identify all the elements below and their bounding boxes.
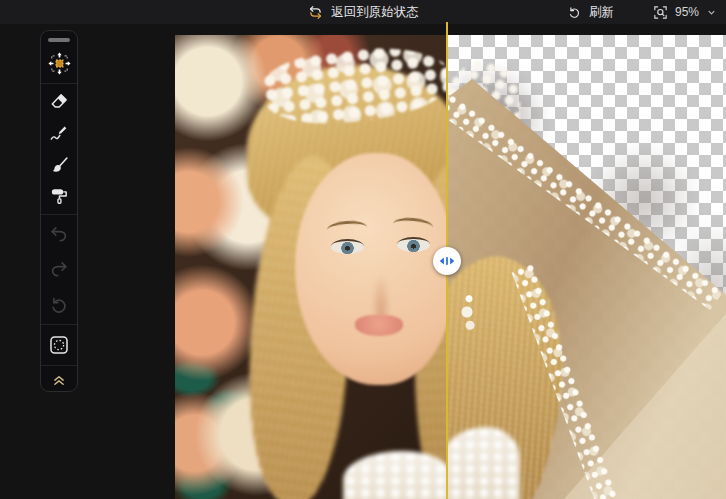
eye [331,239,364,254]
tool-undo[interactable] [41,217,77,252]
panel-separator [41,324,77,325]
tool-move-transform[interactable] [41,46,77,81]
eraser-icon [48,91,70,113]
reset-icon [48,294,70,316]
face [295,153,447,385]
tool-paint-roller[interactable] [41,180,77,211]
redo-icon [48,258,70,280]
lace-dress [447,427,520,499]
chevron-down-icon[interactable] [705,6,718,19]
refresh-label: 刷新 [589,4,614,21]
restore-original-button[interactable]: 返回到原始状态 [303,4,423,21]
app-root: 返回到原始状态 刷新 95% [0,0,726,499]
tool-smart-pen[interactable] [41,118,77,149]
tool-reset[interactable] [41,287,77,322]
tool-brush[interactable] [41,149,77,180]
topbar-right-group: 刷新 95% [563,0,718,24]
tool-eraser[interactable] [41,86,77,117]
restore-original-label: 返回到原始状态 [331,4,419,21]
tool-redo[interactable] [41,252,77,287]
zoom-value: 95% [675,5,699,19]
brush-icon [48,154,70,176]
swap-arrows-icon [307,4,324,21]
nose [371,273,391,321]
paint-roller-icon [48,185,70,207]
collapse-panel-button[interactable] [41,368,77,392]
tool-panel [40,30,78,392]
tool-preview-selection[interactable] [41,327,77,362]
panel-separator [41,83,77,84]
lips [355,315,403,336]
panel-drag-handle[interactable] [48,38,70,42]
panel-separator [41,365,77,366]
pearl-earring [459,293,479,331]
refresh-icon [567,5,582,20]
undo-icon [48,223,70,245]
zoom-fit-icon [652,4,669,21]
move-transform-icon [47,51,72,76]
chevrons-up-icon [50,370,68,388]
zoom-control[interactable]: 95% [652,4,718,21]
selection-preview-icon [47,333,71,357]
eye [397,237,430,252]
result-image-pane [447,35,726,499]
refresh-button[interactable]: 刷新 [563,4,618,21]
original-image-pane [175,35,447,499]
topbar: 返回到原始状态 刷新 95% [0,0,726,24]
compare-handle-icon [436,250,458,272]
pen-squiggle-icon [48,122,70,144]
panel-separator [41,214,77,215]
compare-handle[interactable] [433,247,461,275]
